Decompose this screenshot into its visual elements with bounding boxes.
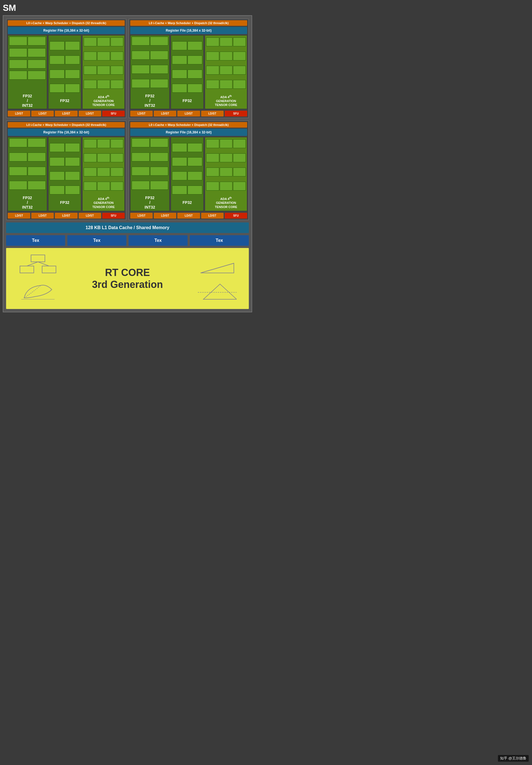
svg-rect-2 [42, 266, 56, 273]
tensor-tr: ADA 4thGENERATIONTENSOR CORE [205, 35, 247, 109]
fp32-label-tr: FP32 [182, 99, 192, 103]
fp32-label-br: FP32 [182, 200, 192, 205]
l1-cache-bar: 128 KB L1 Data Cache / Shared Memory [6, 223, 249, 233]
tensor-label-bl: ADA 4thGENERATIONTENSOR CORE [92, 196, 115, 209]
register-file-bar-tr: Register File (16,384 x 32-bit) [130, 27, 247, 34]
register-file-bar-tl: Register File (16,384 x 32-bit) [8, 27, 125, 34]
register-file-bar-bl: Register File (16,384 x 32-bit) [8, 129, 125, 136]
fp32-label-bl: FP32 [60, 200, 69, 205]
tensor-tl: ADA 4thGENERATIONTENSOR CORE [82, 35, 125, 109]
ldst-br-2: LD/ST [154, 213, 176, 219]
quad-row-top: L0 i-Cache + Warp Scheduler + Dispatch (… [6, 19, 249, 118]
svg-line-4 [38, 262, 49, 266]
core-area-br: FP32/INT32 [130, 137, 247, 211]
ldst-bl-2: LD/ST [31, 213, 54, 219]
fp32-tr: FP32 [171, 35, 204, 109]
svg-line-7 [201, 263, 234, 273]
warp-scheduler-bar-tl: L0 i-Cache + Warp Scheduler + Dispatch (… [8, 20, 125, 26]
tensor-label-tl: ADA 4thGENERATIONTENSOR CORE [92, 95, 115, 107]
tex-2: Tex [67, 235, 127, 246]
ldst-tl-1: LD/ST [8, 111, 30, 117]
tex-row: Tex Tex Tex Tex [6, 235, 249, 246]
bottom-bar-tl: LD/ST LD/ST LD/ST LD/ST SFU [8, 111, 125, 117]
svg-rect-0 [31, 255, 45, 262]
fp32-int32-tl: FP32/INT32 [8, 35, 47, 109]
fp32-label-tl: FP32 [60, 99, 69, 103]
sub-unit-top-left: L0 i-Cache + Warp Scheduler + Dispatch (… [6, 19, 127, 118]
ldst-br-1: LD/ST [130, 213, 153, 219]
rt-core-subtitle: 3rd Generation [70, 279, 185, 291]
ldst-bl-4: LD/ST [79, 213, 101, 219]
rt-core-title: RT CORE [70, 267, 185, 279]
bottom-bar-tr: LD/ST LD/ST LD/ST LD/ST SFU [130, 111, 247, 117]
fp32-int32-label-br: FP32/INT32 [144, 196, 155, 210]
quad-row-bottom: L0 i-Cache + Warp Scheduler + Dispatch (… [6, 120, 249, 220]
fp32-tl: FP32 [48, 35, 82, 109]
tensor-label-tr: ADA 4thGENERATIONTENSOR CORE [215, 95, 237, 107]
tex-3: Tex [129, 235, 187, 246]
fp32-int32-label-tl: FP32/INT32 [22, 94, 33, 108]
fp32-int32-br: FP32/INT32 [130, 137, 169, 211]
warp-scheduler-bar-br: L0 i-Cache + Warp Scheduler + Dispatch (… [130, 122, 247, 128]
ldst-tr-1: LD/ST [130, 111, 153, 117]
svg-rect-1 [20, 266, 34, 273]
fp32-int32-label-bl: FP32/INT32 [22, 196, 33, 210]
rt-core-icon-left [9, 254, 67, 304]
ldst-tr-3: LD/ST [177, 111, 200, 117]
sub-unit-bottom-right: L0 i-Cache + Warp Scheduler + Dispatch (… [129, 120, 249, 220]
ldst-tl-4: LD/ST [79, 111, 101, 117]
fp32-br: FP32 [171, 137, 204, 211]
sfu-br: SFU [225, 213, 247, 219]
sfu-tr: SFU [225, 111, 247, 117]
ldst-tr-4: LD/ST [201, 111, 224, 117]
tex-1: Tex [6, 235, 65, 246]
triangle-icon [198, 254, 237, 279]
fp32-int32-tr: FP32/INT32 [130, 35, 169, 109]
bottom-bar-br: LD/ST LD/ST LD/ST LD/ST SFU [130, 213, 247, 219]
ldst-br-3: LD/ST [177, 213, 200, 219]
rt-core-text: RT CORE 3rd Generation [70, 267, 185, 291]
core-area-tl: FP32/INT32 [8, 35, 125, 109]
tex-4: Tex [190, 235, 249, 246]
sm-label: SM [3, 3, 16, 13]
svg-marker-8 [203, 284, 237, 299]
warp-scheduler-bar-bl: L0 i-Cache + Warp Scheduler + Dispatch (… [8, 122, 125, 128]
ldst-tr-2: LD/ST [154, 111, 176, 117]
fp32-bl: FP32 [48, 137, 82, 211]
ldst-bl-1: LD/ST [8, 213, 30, 219]
sm-container: L0 i-Cache + Warp Scheduler + Dispatch (… [3, 15, 252, 312]
tensor-bl: ADA 4thGENERATIONTENSOR CORE [82, 137, 125, 211]
rt-core-icon-right [188, 254, 246, 304]
ray-icon [198, 281, 237, 304]
core-area-bl: FP32/INT32 [8, 137, 125, 211]
ldst-br-4: LD/ST [201, 213, 224, 219]
tensor-br: ADA 4thGENERATIONTENSOR CORE [205, 137, 247, 211]
bvh-icon [19, 254, 57, 279]
ldst-tl-3: LD/ST [55, 111, 77, 117]
rt-core-section: RT CORE 3rd Generation [6, 248, 249, 309]
leaf-icon [19, 281, 57, 304]
bottom-bar-bl: LD/ST LD/ST LD/ST LD/ST SFU [8, 213, 125, 219]
tensor-label-br: ADA 4thGENERATIONTENSOR CORE [215, 196, 237, 209]
sub-unit-top-right: L0 i-Cache + Warp Scheduler + Dispatch (… [129, 19, 249, 118]
ldst-bl-3: LD/ST [55, 213, 77, 219]
ldst-tl-2: LD/ST [31, 111, 54, 117]
fp32-int32-bl: FP32/INT32 [8, 137, 47, 211]
sfu-tl: SFU [102, 111, 125, 117]
sub-unit-bottom-left: L0 i-Cache + Warp Scheduler + Dispatch (… [6, 120, 127, 220]
core-area-tr: FP32/INT32 [130, 35, 247, 109]
register-file-bar-br: Register File (16,384 x 32-bit) [130, 129, 247, 136]
svg-line-3 [27, 262, 38, 266]
sfu-bl: SFU [102, 213, 125, 219]
fp32-int32-label-tr: FP32/INT32 [144, 94, 155, 108]
warp-scheduler-bar-tr: L0 i-Cache + Warp Scheduler + Dispatch (… [130, 20, 247, 26]
